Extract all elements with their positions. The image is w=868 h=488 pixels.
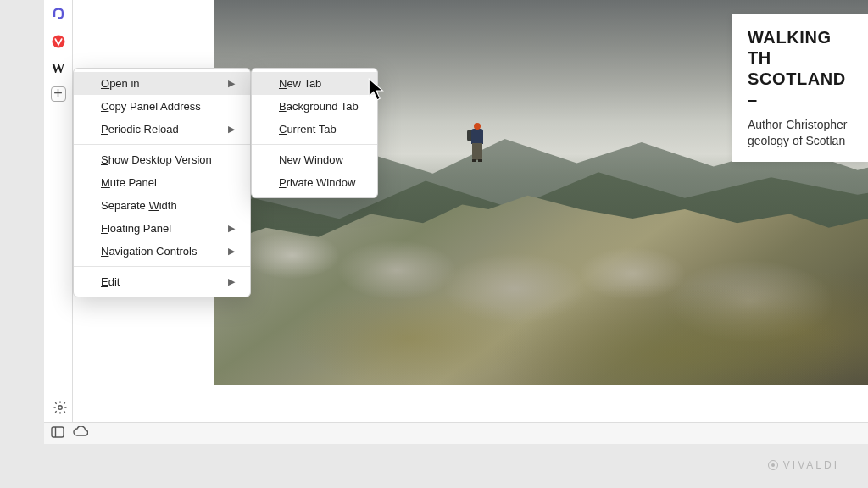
article-card: WALKING TH SCOTLAND – Author Christopher… [732, 14, 868, 162]
menu-edit[interactable]: Edit ▶ [74, 270, 250, 293]
submenu-new-window[interactable]: New Window [252, 148, 377, 171]
menu-separator [74, 266, 250, 267]
panels-toggle-icon[interactable] [51, 426, 64, 441]
wikipedia-panel-icon[interactable]: W [49, 59, 68, 78]
sync-icon[interactable] [73, 426, 88, 441]
chevron-right-icon: ▶ [228, 223, 235, 234]
menu-floating-panel[interactable]: Floating Panel ▶ [74, 217, 250, 240]
menu-separator [252, 144, 377, 145]
panel-bar: W + [44, 0, 73, 422]
chevron-right-icon: ▶ [228, 78, 235, 89]
status-bar [44, 422, 868, 444]
brand-label: VIVALDI [783, 459, 839, 471]
add-panel-icon[interactable]: + [51, 86, 66, 102]
panel-context-menu: Open in ▶ Copy Panel Address Periodic Re… [73, 68, 251, 297]
vivaldi-brand: VIVALDI [768, 459, 839, 471]
chevron-right-icon: ▶ [228, 246, 235, 257]
menu-separate-width[interactable]: Separate Width [74, 194, 250, 217]
hiker-figure [469, 123, 486, 162]
menu-show-desktop-version[interactable]: Show Desktop Version [74, 148, 250, 171]
submenu-private-window[interactable]: Private Window [252, 171, 377, 194]
article-title: WALKING TH SCOTLAND – [748, 27, 858, 110]
submenu-background-tab[interactable]: Background Tab [252, 95, 377, 118]
svg-rect-2 [52, 427, 64, 437]
open-in-submenu: New Tab Background Tab Current Tab New W… [251, 68, 378, 198]
menu-copy-panel-address[interactable]: Copy Panel Address [74, 95, 250, 118]
menu-separator [74, 144, 250, 145]
menu-periodic-reload[interactable]: Periodic Reload ▶ [74, 118, 250, 141]
settings-icon[interactable] [53, 400, 68, 415]
mastodon-panel-icon[interactable] [49, 5, 68, 24]
svg-point-1 [58, 406, 63, 410]
submenu-current-tab[interactable]: Current Tab [252, 118, 377, 141]
vivaldi-logo-icon [768, 460, 778, 470]
menu-mute-panel[interactable]: Mute Panel [74, 171, 250, 194]
article-subtitle: Author Christopher geology of Scotlan [748, 117, 858, 151]
menu-navigation-controls[interactable]: Navigation Controls ▶ [74, 240, 250, 263]
vivaldi-panel-icon[interactable] [49, 32, 68, 51]
chevron-right-icon: ▶ [228, 124, 235, 135]
chevron-right-icon: ▶ [228, 276, 235, 287]
submenu-new-tab[interactable]: New Tab [252, 72, 377, 95]
menu-open-in[interactable]: Open in ▶ [74, 72, 250, 95]
